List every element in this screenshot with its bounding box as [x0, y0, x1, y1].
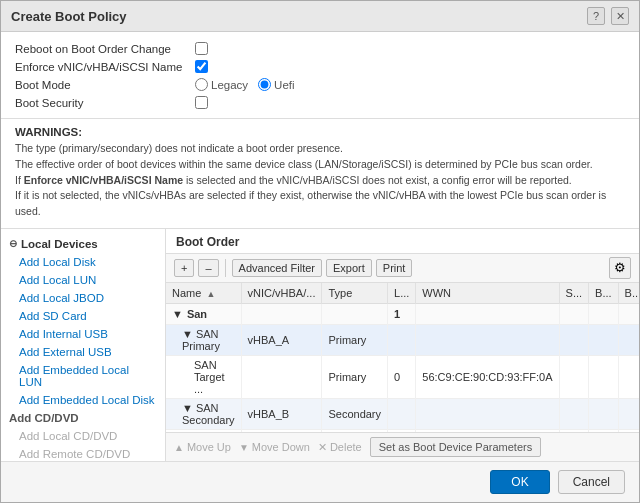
print-button[interactable]: Print [376, 259, 413, 277]
left-panel: ⊖ Local Devices Add Local Disk Add Local… [1, 229, 166, 461]
warning-line3-suffix: is selected and the vNIC/vHBA/iSCSI does… [183, 174, 572, 186]
cancel-button[interactable]: Cancel [558, 470, 625, 494]
dialog-header: Create Boot Policy ? ✕ [1, 1, 639, 32]
right-panel: Boot Order + – Advanced Filter Export Pr… [166, 229, 639, 461]
delete-label: Delete [330, 441, 362, 453]
uefi-radio[interactable] [258, 78, 271, 91]
move-up-action: ▲ Move Up [174, 441, 231, 453]
close-icon[interactable]: ✕ [611, 7, 629, 25]
export-button[interactable]: Export [326, 259, 372, 277]
warnings-section: WARNINGS: The type (primary/secondary) d… [1, 119, 639, 229]
cell-vnic: vHBA_B [241, 398, 322, 429]
cell-b1 [589, 355, 619, 398]
move-down-label: Move Down [252, 441, 310, 453]
boot-security-checkbox[interactable] [195, 96, 208, 109]
move-up-label: Move Up [187, 441, 231, 453]
enforce-checkbox[interactable] [195, 60, 208, 73]
table-toolbar: + – Advanced Filter Export Print ⚙ [166, 253, 639, 283]
add-embedded-local-disk[interactable]: Add Embedded Local Disk [1, 391, 165, 409]
bottom-toolbar: ▲ Move Up ▼ Move Down ✕ Delete Set as Bo… [166, 432, 639, 461]
table-row[interactable]: ▼San 1 [166, 303, 639, 324]
cell-wwn [416, 324, 559, 355]
cell-type: Primary [322, 324, 388, 355]
warning-line3-bold: Enforce vNIC/vHBA/iSCSI Name [24, 174, 183, 186]
reboot-row: Reboot on Boot Order Change [15, 42, 625, 55]
header-icons: ? ✕ [587, 7, 629, 25]
top-form-section: Reboot on Boot Order Change Enforce vNIC… [1, 32, 639, 119]
cell-b2 [618, 398, 639, 429]
table-row[interactable]: ▼SAN Primary vHBA_A Primary [166, 324, 639, 355]
boot-security-label: Boot Security [15, 97, 195, 109]
help-icon[interactable]: ? [587, 7, 605, 25]
boot-mode-label: Boot Mode [15, 79, 195, 91]
advanced-filter-button[interactable]: Advanced Filter [232, 259, 322, 277]
local-devices-section[interactable]: ⊖ Local Devices [1, 235, 165, 253]
cell-vnic [241, 303, 322, 324]
dialog-footer: OK Cancel [1, 461, 639, 502]
legacy-radio-label[interactable]: Legacy [195, 78, 248, 91]
cell-type [322, 303, 388, 324]
col-b1: B... [589, 283, 619, 304]
cell-b2 [618, 324, 639, 355]
cell-wwn [416, 303, 559, 324]
ok-button[interactable]: OK [490, 470, 549, 494]
cell-name: SAN Target ... [166, 355, 241, 398]
col-b2: B... [618, 283, 639, 304]
enforce-control [195, 60, 208, 73]
col-l: L... [388, 283, 416, 304]
add-sd-card[interactable]: Add SD Card [1, 307, 165, 325]
cell-name: ▼SAN Secondary [166, 398, 241, 429]
cell-b1 [589, 324, 619, 355]
boot-order-table: Name ▲ vNIC/vHBA/... Type L... WWN S... … [166, 283, 639, 432]
local-devices-label: Local Devices [21, 238, 98, 250]
warning-line1: The type (primary/secondary) does not in… [15, 142, 343, 154]
cell-name: ▼SAN Primary [166, 324, 241, 355]
reboot-checkbox[interactable] [195, 42, 208, 55]
uefi-radio-label[interactable]: Uefi [258, 78, 294, 91]
add-internal-usb[interactable]: Add Internal USB [1, 325, 165, 343]
col-name: Name ▲ [166, 283, 241, 304]
enforce-label: Enforce vNIC/vHBA/iSCSI Name [15, 61, 195, 73]
boot-security-control [195, 96, 208, 109]
add-button[interactable]: + [174, 259, 194, 277]
cell-s [559, 398, 589, 429]
col-wwn: WWN [416, 283, 559, 304]
col-type: Type [322, 283, 388, 304]
warnings-title: WARNINGS: [15, 126, 82, 138]
warnings-text: The type (primary/secondary) does not in… [15, 141, 625, 220]
reboot-label: Reboot on Boot Order Change [15, 43, 195, 55]
col-s: S... [559, 283, 589, 304]
local-toggle-icon: ⊖ [9, 238, 17, 249]
cell-type: Secondary [322, 398, 388, 429]
delete-icon: ✕ [318, 441, 327, 454]
add-local-cdvd: Add Local CD/DVD [1, 427, 165, 445]
table-row[interactable]: ▼SAN Secondary vHBA_B Secondary [166, 398, 639, 429]
add-local-lun[interactable]: Add Local LUN [1, 271, 165, 289]
warning-line2: The effective order of boot devices with… [15, 158, 593, 170]
cell-b2 [618, 355, 639, 398]
table-row[interactable]: SAN Target ... Primary 0 56:C9:CE:90:CD:… [166, 355, 639, 398]
legacy-radio[interactable] [195, 78, 208, 91]
col-vnic: vNIC/vHBA/... [241, 283, 322, 304]
cell-vnic: vHBA_A [241, 324, 322, 355]
cell-l [388, 398, 416, 429]
add-local-jbod[interactable]: Add Local JBOD [1, 289, 165, 307]
add-remote-cdvd: Add Remote CD/DVD [1, 445, 165, 461]
reboot-control [195, 42, 208, 55]
gear-button[interactable]: ⚙ [609, 257, 631, 279]
sub-toggle-icon2: ▼ [182, 402, 193, 414]
add-embedded-local-lun[interactable]: Add Embedded Local LUN [1, 361, 165, 391]
boot-security-row: Boot Security [15, 96, 625, 109]
cdvd-section-label: Add CD/DVD [1, 409, 165, 427]
delete-action: ✕ Delete [318, 441, 362, 454]
boot-order-header: Boot Order [166, 229, 639, 253]
create-boot-policy-dialog: Create Boot Policy ? ✕ Reboot on Boot Or… [0, 0, 640, 503]
set-boot-device-button[interactable]: Set as Boot Device Parameters [370, 437, 541, 457]
remove-button[interactable]: – [198, 259, 218, 277]
move-down-action: ▼ Move Down [239, 441, 310, 453]
add-external-usb[interactable]: Add External USB [1, 343, 165, 361]
warning-line4: If it is not selected, the vNICs/vHBAs a… [15, 189, 606, 217]
toolbar-separator [225, 259, 226, 277]
dialog-body: Reboot on Boot Order Change Enforce vNIC… [1, 32, 639, 461]
add-local-disk[interactable]: Add Local Disk [1, 253, 165, 271]
